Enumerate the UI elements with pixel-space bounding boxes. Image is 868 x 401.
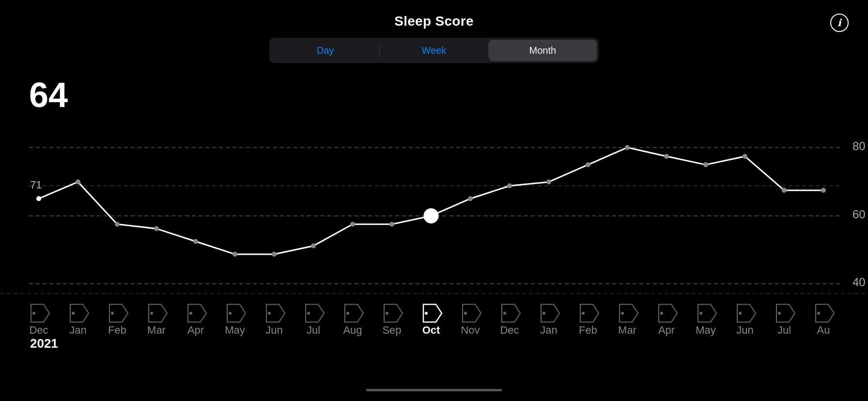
data-point-jul2[interactable] <box>782 188 787 193</box>
svg-text:Au: Au <box>817 324 830 336</box>
month-tag-apr2[interactable]: Apr <box>658 304 677 336</box>
month-tag-sep[interactable]: Sep <box>382 304 403 336</box>
data-point-sep[interactable] <box>389 222 394 227</box>
page-title: Sleep Score <box>394 14 474 29</box>
data-point-oct-selected[interactable] <box>424 209 438 223</box>
month-tag-dec-prev[interactable]: Dec <box>29 304 49 336</box>
svg-text:Apr: Apr <box>658 324 675 336</box>
month-tag-jul[interactable]: Jul <box>306 304 324 336</box>
svg-point-32 <box>660 312 663 315</box>
svg-point-34 <box>699 312 702 315</box>
scroll-bar[interactable] <box>366 389 502 391</box>
month-tag-apr[interactable]: Apr <box>187 304 206 336</box>
month-tag-au2[interactable]: Au <box>816 304 834 336</box>
month-tag-nov[interactable]: Nov <box>461 304 481 336</box>
svg-point-4 <box>111 312 114 315</box>
svg-point-16 <box>346 312 349 315</box>
tab-month[interactable]: Month <box>489 40 597 61</box>
data-point-jun2[interactable] <box>743 154 747 159</box>
data-point-jul[interactable] <box>311 244 316 248</box>
svg-text:Nov: Nov <box>461 324 480 336</box>
data-point-nov[interactable] <box>468 196 473 201</box>
y-label-40: 40 <box>852 276 866 289</box>
svg-text:Sep: Sep <box>382 324 401 336</box>
month-tag-jul2[interactable]: Jul <box>776 304 795 336</box>
svg-point-0 <box>32 312 35 315</box>
svg-point-28 <box>582 312 585 315</box>
svg-text:Dec: Dec <box>500 324 519 336</box>
segment-control: Day Week Month <box>269 38 599 63</box>
y-label-80: 80 <box>852 139 866 152</box>
svg-text:Jul: Jul <box>307 324 320 336</box>
svg-point-14 <box>307 312 310 315</box>
svg-point-30 <box>621 312 624 315</box>
month-tag-feb2[interactable]: Feb <box>579 304 599 336</box>
svg-point-18 <box>386 312 388 315</box>
data-point-feb[interactable] <box>115 222 120 227</box>
header: Sleep Score Day Week Month ℹ <box>0 0 868 63</box>
data-point-mar[interactable] <box>154 226 159 231</box>
data-point-jun[interactable] <box>272 252 277 257</box>
svg-text:Aug: Aug <box>343 324 362 336</box>
data-point-may2[interactable] <box>703 162 708 167</box>
month-tag-mar[interactable]: Mar <box>147 304 167 336</box>
month-tag-jun2[interactable]: Jun <box>736 304 756 336</box>
data-point-apr2[interactable] <box>664 154 669 159</box>
month-tag-jan2[interactable]: Jan <box>540 304 559 336</box>
svg-point-8 <box>189 312 192 315</box>
svg-point-20 <box>425 312 428 315</box>
svg-text:Feb: Feb <box>108 324 126 336</box>
month-tag-may2[interactable]: May <box>696 304 716 336</box>
svg-point-36 <box>739 312 742 315</box>
svg-point-26 <box>542 312 545 315</box>
tab-week[interactable]: Week <box>380 40 488 61</box>
svg-text:Mar: Mar <box>147 324 166 336</box>
data-point-mar2[interactable] <box>625 145 630 150</box>
data-point-dec2[interactable] <box>507 184 512 188</box>
data-point-apr[interactable] <box>193 239 198 244</box>
month-tag-may[interactable]: May <box>225 304 246 336</box>
month-tag-oct-selected[interactable]: Oct <box>422 304 442 336</box>
svg-text:Apr: Apr <box>187 324 204 336</box>
month-tag-aug[interactable]: Aug <box>343 304 363 336</box>
data-point-feb2[interactable] <box>586 162 590 167</box>
year-label: 2021 <box>30 336 58 351</box>
svg-point-22 <box>464 312 467 315</box>
y-start-label: 71 <box>30 179 42 191</box>
svg-point-12 <box>268 312 271 315</box>
data-point-jan2[interactable] <box>546 180 551 185</box>
month-tag-feb[interactable]: Feb <box>108 304 128 336</box>
svg-text:Jan: Jan <box>69 324 86 336</box>
svg-point-38 <box>778 312 781 315</box>
svg-text:May: May <box>225 324 245 336</box>
svg-text:Jun: Jun <box>265 324 282 336</box>
svg-point-2 <box>72 312 75 315</box>
chart-svg: 80 60 40 71 <box>0 97 868 353</box>
svg-point-24 <box>503 312 506 315</box>
data-point-jan[interactable] <box>76 180 80 185</box>
svg-text:Jul: Jul <box>777 324 791 336</box>
svg-point-6 <box>150 312 153 315</box>
svg-text:Jan: Jan <box>540 324 557 336</box>
data-point-may[interactable] <box>232 252 237 257</box>
month-tag-mar2[interactable]: Mar <box>618 304 638 336</box>
info-button[interactable]: ℹ <box>830 14 849 32</box>
svg-text:Mar: Mar <box>618 324 636 336</box>
svg-point-10 <box>229 312 232 315</box>
month-tag-jan[interactable]: Jan <box>69 304 89 336</box>
tab-day[interactable]: Day <box>271 40 379 61</box>
y-label-60: 60 <box>852 208 866 221</box>
svg-text:Oct: Oct <box>422 324 440 336</box>
data-point-au2[interactable] <box>821 188 826 193</box>
svg-point-40 <box>817 312 820 315</box>
svg-text:Dec: Dec <box>29 324 48 336</box>
month-tag-jun[interactable]: Jun <box>265 304 285 336</box>
svg-text:Jun: Jun <box>736 324 753 336</box>
data-point-aug[interactable] <box>350 222 355 227</box>
month-tag-dec2[interactable]: Dec <box>500 304 520 336</box>
chart-area: 80 60 40 71 <box>0 97 868 353</box>
data-point-dec[interactable] <box>36 196 41 201</box>
svg-text:May: May <box>696 324 716 336</box>
svg-text:Feb: Feb <box>579 324 597 336</box>
